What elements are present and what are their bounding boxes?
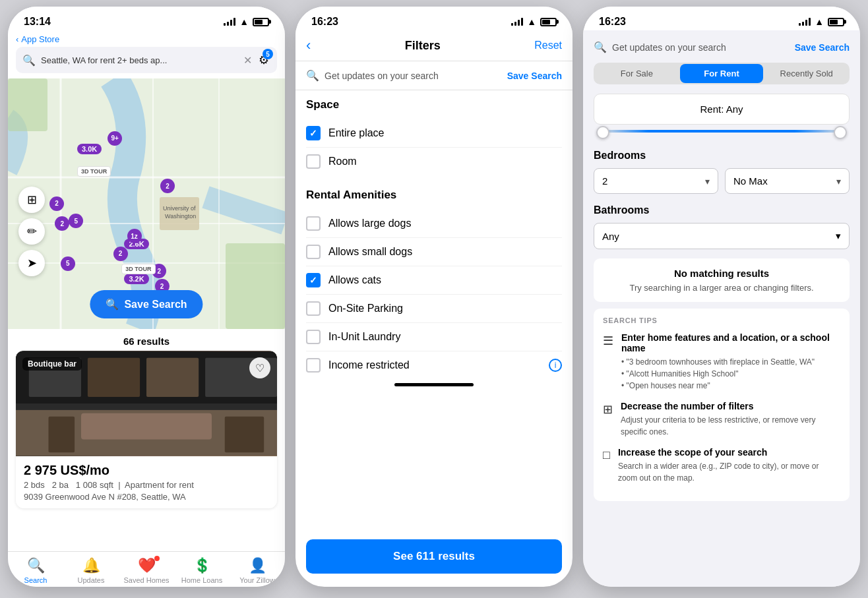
slider-thumb-max[interactable] [834, 126, 847, 139]
room-checkbox[interactable] [306, 154, 321, 169]
listing-image: Boutique bar ♡ [16, 351, 277, 456]
listing-card[interactable]: Boutique bar ♡ 2 975 US$/mo 2 bds 2 ba 1… [16, 351, 277, 508]
screen1-header: ‹ App Store 🔍 ✕ ⚙ 5 [8, 30, 285, 78]
cats-row[interactable]: Allows cats [306, 266, 562, 295]
status-icons-3: ▲ [799, 16, 844, 27]
save-search-icon: 🔍 [306, 69, 319, 82]
svg-rect-10 [8, 78, 47, 131]
baths: 2 ba [52, 480, 69, 490]
map-area[interactable]: University of Washington 3D TOUR 3.0K 9+… [8, 78, 285, 329]
bedrooms-max-select[interactable]: No Max ▾ [725, 168, 850, 194]
reset-button[interactable]: Reset [534, 40, 562, 51]
save-search-button[interactable]: Save Search [507, 71, 562, 81]
map-pin-circle[interactable]: 9+ [108, 131, 122, 146]
clear-search-icon[interactable]: ✕ [243, 54, 252, 67]
listing-details: 2 bds 2 ba 1 008 sqft | Apartment for re… [24, 480, 269, 490]
laundry-checkbox[interactable] [306, 330, 321, 344]
map-pin-circle[interactable]: 1z [127, 229, 142, 243]
status-time-1: 13:14 [24, 16, 51, 28]
bedrooms-min-select[interactable]: 2 ▾ [594, 168, 718, 194]
search-nav-icon: 🔍 [27, 557, 45, 574]
bathrooms-value: Any [602, 231, 619, 242]
bathrooms-select[interactable]: Any ▾ [594, 223, 850, 249]
laundry-row[interactable]: In-Unit Laundry [306, 323, 562, 351]
save-search-text: Get updates on your search [325, 71, 439, 81]
beds: 2 bds [24, 480, 45, 490]
nav-home-loans[interactable]: 💲 Home Loans [174, 557, 230, 584]
entire-place-row[interactable]: Entire place [306, 119, 562, 148]
svg-rect-19 [81, 413, 212, 440]
status-time-2: 16:23 [311, 16, 338, 28]
tab-recently-sold[interactable]: Recently Sold [764, 64, 848, 83]
filters-back-button[interactable]: ‹ [306, 37, 311, 54]
search-icon-btn: 🔍 [106, 298, 119, 311]
app-store-back[interactable]: ‹ App Store [16, 34, 277, 44]
map-pin-price[interactable]: 3.0K [77, 144, 102, 154]
parking-row[interactable]: On-Site Parking [306, 295, 562, 323]
save-search-map-button[interactable]: 🔍 Save Search [90, 290, 202, 318]
no-results-title: No matching results [604, 268, 839, 279]
tab-for-sale[interactable]: For Sale [595, 64, 679, 83]
wifi-icon-3: ▲ [815, 16, 824, 27]
tip-row-1: ☰ Enter home features and a location, or… [603, 332, 840, 392]
battery-icon-3 [828, 18, 844, 26]
search-update-icon: 🔍 [594, 41, 607, 53]
rent-slider[interactable] [594, 130, 850, 139]
favorite-button[interactable]: ♡ [249, 357, 270, 378]
svg-rect-11 [226, 243, 285, 329]
income-restricted-checkbox[interactable] [306, 358, 321, 373]
svg-rect-15 [88, 358, 140, 397]
large-dogs-checkbox[interactable] [306, 216, 321, 231]
list-icon: ☰ [603, 334, 613, 392]
save-search-button-3[interactable]: Save Search [795, 42, 850, 53]
entire-place-label: Entire place [328, 127, 562, 139]
tab-bar-3: For Sale For Rent Recently Sold [594, 63, 850, 84]
results-count: 66 results [8, 329, 285, 351]
location-button[interactable]: ➤ [18, 250, 45, 276]
listing-price: 2 975 US$/mo [24, 463, 269, 478]
saved-homes-nav-icon: ❤️ [138, 557, 156, 574]
search-tips-label: SEARCH TIPS [603, 316, 840, 324]
map-pin-circle[interactable]: 5 [61, 256, 75, 271]
entire-place-checkbox[interactable] [306, 126, 321, 140]
svg-text:University of: University of [163, 205, 196, 212]
rent-any-box: Rent: Any [594, 94, 850, 125]
map-pin-circle[interactable]: 2 [49, 196, 64, 211]
screen-1-phone: 13:14 ▲ ‹ App Store 🔍 ✕ [8, 7, 285, 587]
nav-search-label: Search [24, 576, 47, 584]
parking-checkbox[interactable] [306, 301, 321, 316]
see-results-button[interactable]: See 611 results [306, 539, 562, 574]
map-pin-circle[interactable]: 2 [113, 247, 128, 261]
room-row[interactable]: Room [306, 148, 562, 175]
small-dogs-checkbox[interactable] [306, 245, 321, 259]
nav-your-zillow[interactable]: 👤 Your Zillow [230, 557, 285, 584]
nav-saved-homes[interactable]: ❤️ Saved Homes [119, 557, 174, 584]
tab-for-rent[interactable]: For Rent [680, 64, 764, 83]
listing-tag: Boutique bar [22, 357, 82, 371]
large-dogs-row[interactable]: Allows large dogs [306, 210, 562, 238]
small-dogs-row[interactable]: Allows small dogs [306, 238, 562, 266]
filter-button[interactable]: ⚙ 5 [257, 51, 270, 69]
draw-button[interactable]: ✏ [18, 218, 45, 245]
slider-thumb-min[interactable] [596, 126, 609, 139]
income-restricted-row[interactable]: Income restricted i [306, 351, 562, 379]
income-restricted-info-icon[interactable]: i [549, 359, 562, 372]
search-input[interactable] [41, 55, 238, 65]
bedrooms-min-value: 2 [602, 175, 607, 187]
status-bar-1: 13:14 ▲ [8, 7, 285, 30]
search-bar[interactable]: 🔍 ✕ ⚙ 5 [16, 47, 277, 73]
svg-rect-20 [49, 417, 75, 452]
bottom-nav: 🔍 Search 🔔 Updates ❤️ Saved Homes 💲 Home… [8, 551, 285, 587]
nav-search[interactable]: 🔍 Search [8, 557, 63, 584]
tip-detail-2: Adjust your criteria to be less restrict… [621, 414, 840, 438]
tip-title-1: Enter home features and a location, or a… [621, 332, 840, 353]
save-search-info: 🔍 Get updates on your search [306, 69, 439, 82]
map-pin-circle[interactable]: 2 [160, 179, 175, 193]
save-search-banner: 🔍 Get updates on your search Save Search [295, 61, 573, 90]
map-pin-price[interactable]: 3.2K [124, 274, 148, 284]
layers-button[interactable]: ⊞ [18, 187, 45, 213]
filters-header: ‹ Filters Reset [295, 30, 573, 61]
nav-updates[interactable]: 🔔 Updates [63, 557, 119, 584]
cats-checkbox[interactable] [306, 273, 321, 287]
tip-row-3: □ Increase the scope of your search Sear… [603, 447, 840, 484]
